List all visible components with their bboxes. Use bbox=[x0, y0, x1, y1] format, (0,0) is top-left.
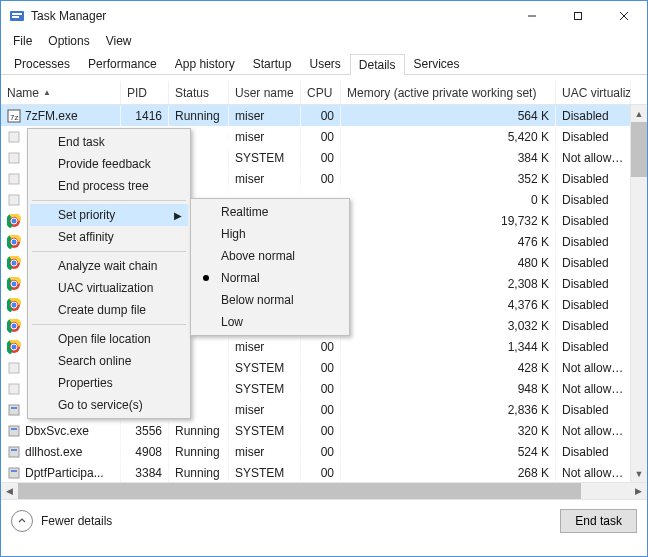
table-row[interactable]: dllhost.exe4908Runningmiser00524 KDisabl… bbox=[1, 441, 647, 462]
process-user: miser bbox=[229, 127, 301, 147]
process-pid: 1416 bbox=[121, 106, 169, 126]
table-row[interactable]: DptfParticipa...3384RunningSYSTEM00268 K… bbox=[1, 462, 647, 483]
process-memory: 5,420 K bbox=[341, 127, 556, 147]
close-button[interactable] bbox=[601, 1, 647, 31]
tab-details[interactable]: Details bbox=[350, 54, 405, 75]
svg-rect-9 bbox=[9, 132, 19, 142]
context-menu-separator bbox=[32, 200, 186, 201]
column-header-name[interactable]: Name▲ bbox=[1, 81, 121, 104]
table-row[interactable]: 7z7zFM.exe1416Runningmiser00564 KDisable… bbox=[1, 105, 647, 126]
svg-rect-57 bbox=[11, 470, 17, 472]
menubar: File Options View bbox=[1, 31, 647, 51]
menu-view[interactable]: View bbox=[98, 32, 140, 50]
context-menu-item[interactable]: Properties bbox=[30, 372, 188, 394]
process-cpu: 00 bbox=[301, 358, 341, 378]
svg-rect-12 bbox=[9, 195, 19, 205]
process-icon bbox=[7, 214, 21, 228]
process-uac: Not allowed bbox=[556, 358, 631, 378]
process-uac: Disabled bbox=[556, 190, 631, 210]
horizontal-scrollbar-thumb[interactable] bbox=[18, 483, 581, 499]
maximize-button[interactable] bbox=[555, 1, 601, 31]
fewer-details-label: Fewer details bbox=[41, 514, 112, 528]
priority-menu-item[interactable]: Low bbox=[193, 311, 347, 333]
column-header-uac[interactable]: UAC virtualiza bbox=[556, 81, 631, 104]
process-memory: 3,032 K bbox=[341, 316, 556, 336]
horizontal-scrollbar[interactable]: ◀ ▶ bbox=[1, 482, 647, 499]
priority-menu-label: Low bbox=[221, 315, 243, 329]
column-header-cpu[interactable]: CPU bbox=[301, 81, 341, 104]
process-memory: 320 K bbox=[341, 421, 556, 441]
titlebar: Task Manager bbox=[1, 1, 647, 31]
priority-menu-item[interactable]: High bbox=[193, 223, 347, 245]
column-header-pid[interactable]: PID bbox=[121, 81, 169, 104]
menu-options[interactable]: Options bbox=[40, 32, 97, 50]
priority-menu-item[interactable]: Below normal bbox=[193, 289, 347, 311]
context-menu-item[interactable]: Open file location bbox=[30, 328, 188, 350]
vertical-scrollbar-thumb[interactable] bbox=[631, 122, 647, 177]
process-cpu: 00 bbox=[301, 148, 341, 168]
context-menu-item[interactable]: Set priority▶ bbox=[30, 204, 188, 226]
tab-users[interactable]: Users bbox=[300, 53, 349, 74]
minimize-button[interactable] bbox=[509, 1, 555, 31]
process-cpu: 00 bbox=[301, 169, 341, 189]
process-icon bbox=[7, 277, 21, 291]
tab-startup[interactable]: Startup bbox=[244, 53, 301, 74]
column-header-user[interactable]: User name bbox=[229, 81, 301, 104]
process-icon bbox=[7, 424, 21, 438]
scroll-up-arrow-icon[interactable]: ▲ bbox=[631, 105, 647, 122]
priority-menu-item[interactable]: Above normal bbox=[193, 245, 347, 267]
footer: Fewer details End task bbox=[1, 500, 647, 542]
context-menu-item[interactable]: End process tree bbox=[30, 175, 188, 197]
chevron-up-icon bbox=[11, 510, 33, 532]
submenu-arrow-icon: ▶ bbox=[174, 210, 182, 221]
tabstrip: Processes Performance App history Startu… bbox=[1, 51, 647, 75]
process-cpu: 00 bbox=[301, 337, 341, 357]
scroll-down-arrow-icon[interactable]: ▼ bbox=[631, 465, 647, 482]
process-uac: Not allowed bbox=[556, 379, 631, 399]
context-menu-item[interactable]: Create dump file bbox=[30, 299, 188, 321]
tab-services[interactable]: Services bbox=[405, 53, 469, 74]
priority-menu-item[interactable]: Normal bbox=[193, 267, 347, 289]
context-menu-item[interactable]: Provide feedback bbox=[30, 153, 188, 175]
process-pid: 3556 bbox=[121, 421, 169, 441]
context-menu-item[interactable]: End task bbox=[30, 131, 188, 153]
fewer-details-button[interactable]: Fewer details bbox=[11, 510, 112, 532]
process-icon bbox=[7, 403, 21, 417]
context-menu-item[interactable]: UAC virtualization bbox=[30, 277, 188, 299]
context-menu-item[interactable]: Go to service(s) bbox=[30, 394, 188, 416]
context-menu-item[interactable]: Set affinity bbox=[30, 226, 188, 248]
tab-performance[interactable]: Performance bbox=[79, 53, 166, 74]
process-icon bbox=[7, 319, 21, 333]
process-user: SYSTEM bbox=[229, 358, 301, 378]
process-context-menu: End taskProvide feedbackEnd process tree… bbox=[27, 128, 191, 419]
tab-app-history[interactable]: App history bbox=[166, 53, 244, 74]
menu-file[interactable]: File bbox=[5, 32, 40, 50]
process-uac: Disabled bbox=[556, 337, 631, 357]
context-menu-item[interactable]: Analyze wait chain bbox=[30, 255, 188, 277]
priority-submenu: RealtimeHighAbove normalNormalBelow norm… bbox=[190, 198, 350, 336]
process-memory: 384 K bbox=[341, 148, 556, 168]
column-header-memory[interactable]: Memory (active private working set) bbox=[341, 81, 556, 104]
scroll-right-arrow-icon[interactable]: ▶ bbox=[630, 483, 647, 499]
context-menu-item[interactable]: Search online bbox=[30, 350, 188, 372]
process-icon bbox=[7, 130, 21, 144]
table-row[interactable]: DbxSvc.exe3556RunningSYSTEM00320 KNot al… bbox=[1, 420, 647, 441]
process-cpu: 00 bbox=[301, 106, 341, 126]
process-status: Running bbox=[169, 421, 229, 441]
priority-menu-label: Above normal bbox=[221, 249, 295, 263]
process-user: miser bbox=[229, 400, 301, 420]
process-uac: Disabled bbox=[556, 211, 631, 231]
scroll-left-arrow-icon[interactable]: ◀ bbox=[1, 483, 18, 499]
end-task-button[interactable]: End task bbox=[560, 509, 637, 533]
vertical-scrollbar[interactable]: ▲ ▼ bbox=[630, 105, 647, 482]
process-user: miser bbox=[229, 106, 301, 126]
process-cpu: 00 bbox=[301, 127, 341, 147]
priority-menu-item[interactable]: Realtime bbox=[193, 201, 347, 223]
process-uac: Disabled bbox=[556, 169, 631, 189]
app-icon bbox=[9, 8, 25, 24]
column-header-status[interactable]: Status bbox=[169, 81, 229, 104]
tab-processes[interactable]: Processes bbox=[5, 53, 79, 74]
process-name: DbxSvc.exe bbox=[25, 424, 89, 438]
process-cpu: 00 bbox=[301, 421, 341, 441]
svg-rect-2 bbox=[12, 16, 19, 18]
